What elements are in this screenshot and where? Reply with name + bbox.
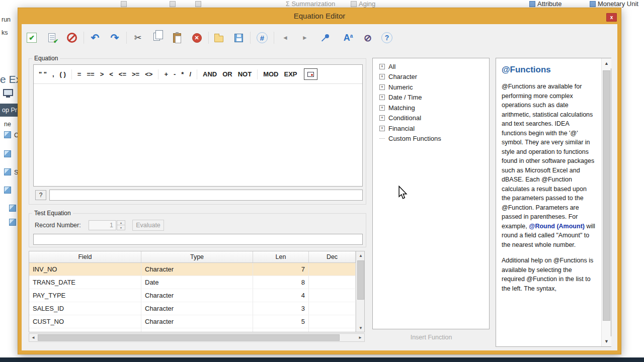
tree-item-numeric[interactable]: +Numeric xyxy=(373,82,489,93)
tree-item-conditional[interactable]: +Conditional xyxy=(373,113,489,124)
equation-preview-input[interactable] xyxy=(49,190,363,201)
database-cube-icon[interactable] xyxy=(9,205,16,212)
ribbon-item-aging[interactable]: Aging xyxy=(351,0,375,8)
expand-icon[interactable]: + xyxy=(379,74,385,79)
undo-button[interactable]: ↶ xyxy=(88,30,103,45)
ribbon-item-summarization[interactable]: Σ Summarization xyxy=(286,0,335,8)
expand-icon[interactable]: + xyxy=(379,105,385,111)
operator-le[interactable]: <= xyxy=(119,70,126,78)
database-cube-icon[interactable] xyxy=(9,219,16,226)
test-result-input[interactable] xyxy=(33,234,363,245)
operator-eq[interactable]: = xyxy=(77,70,82,78)
evaluate-button[interactable]: Evaluate xyxy=(132,220,164,231)
pin-button[interactable] xyxy=(317,30,333,45)
operator-lt[interactable]: < xyxy=(109,70,113,78)
tree-item-character[interactable]: +Character xyxy=(373,72,489,82)
dialog-title[interactable]: Equation Editor xyxy=(18,12,621,20)
paste-button[interactable] xyxy=(170,30,185,45)
operator-mod[interactable]: MOD xyxy=(263,70,278,78)
toggle-comments-button[interactable]: ⊘ xyxy=(360,30,375,45)
delete-button[interactable]: ✕ xyxy=(189,30,204,45)
scroll-right-icon[interactable]: ► xyxy=(356,334,364,341)
operator-plus[interactable]: + xyxy=(164,70,168,78)
column-header-type[interactable]: Type xyxy=(141,251,253,262)
insert-field-number-button[interactable]: # xyxy=(255,30,270,45)
operator-not[interactable]: NOT xyxy=(238,70,252,78)
operator-gt[interactable]: > xyxy=(100,70,104,78)
scroll-down-icon[interactable]: ▼ xyxy=(602,336,611,346)
column-header-field[interactable]: Field xyxy=(29,251,141,262)
equation-helper-button[interactable]: ? xyxy=(35,190,46,200)
check-syntax-button[interactable]: ✔ xyxy=(44,30,59,45)
insert-field-button[interactable] xyxy=(304,68,317,80)
copy-button[interactable] xyxy=(150,30,165,45)
selected-sidebar-tab[interactable]: op Pr xyxy=(0,104,18,117)
close-button[interactable]: x xyxy=(606,13,617,22)
redo-button[interactable]: ↷ xyxy=(107,30,122,45)
cancel-button[interactable] xyxy=(64,30,79,45)
tree-item-financial[interactable]: +Financial xyxy=(373,123,489,134)
expand-icon[interactable]: + xyxy=(379,84,385,90)
tree-item-matching[interactable]: +Matching xyxy=(373,103,489,113)
cell-type: Character xyxy=(141,302,253,315)
database-cube-icon[interactable] xyxy=(4,187,11,194)
ribbon-item-attribute[interactable]: Attribute xyxy=(529,0,561,8)
tree-item-all[interactable]: +All xyxy=(373,61,489,72)
operator-ge[interactable]: >= xyxy=(132,70,139,78)
column-header-dec[interactable]: Dec xyxy=(309,251,356,262)
database-cube-icon[interactable] xyxy=(4,150,11,157)
equation-input-area[interactable] xyxy=(34,84,362,187)
save-equation-button[interactable] xyxy=(231,30,246,45)
validate-and-exit-button[interactable]: ✔ xyxy=(24,30,39,45)
operator-div[interactable]: / xyxy=(189,70,191,78)
expand-icon[interactable]: + xyxy=(379,64,385,69)
operator-eqeq[interactable]: == xyxy=(87,70,94,78)
next-button[interactable]: ► xyxy=(297,30,312,45)
font-button[interactable]: Aa xyxy=(341,30,356,45)
scroll-thumb[interactable] xyxy=(603,70,610,321)
scroll-down-icon[interactable]: ▼ xyxy=(356,324,365,332)
scroll-up-icon[interactable]: ▲ xyxy=(602,58,611,68)
column-header-len[interactable]: Len xyxy=(253,251,309,262)
insert-function-button[interactable]: Insert Function xyxy=(397,332,465,342)
open-equation-button[interactable] xyxy=(211,30,226,45)
ribbon-item-monetary-unit[interactable]: Monetary Unit xyxy=(590,0,638,8)
table-horizontal-scrollbar[interactable]: ◄ ► xyxy=(29,333,365,342)
table-row[interactable]: INV_NO Character 7 xyxy=(29,263,356,276)
operator-minus[interactable]: - xyxy=(174,70,176,78)
operator-ne[interactable]: <> xyxy=(145,70,152,78)
table-row[interactable]: PROD_CODE Character 3 xyxy=(29,328,356,332)
stepper-up-icon[interactable]: ▲ xyxy=(117,220,125,225)
tree-item-custom-functions[interactable]: Custom Functions xyxy=(373,134,489,144)
operator-and[interactable]: AND xyxy=(203,70,217,78)
database-cube-icon[interactable] xyxy=(4,131,11,138)
operator-quotes[interactable]: " " xyxy=(39,70,47,78)
scroll-thumb[interactable] xyxy=(357,260,364,300)
table-vertical-scrollbar[interactable]: ▲ ▼ xyxy=(356,251,365,332)
table-row[interactable]: CUST_NO Character 5 xyxy=(29,315,356,328)
tree-item-date-time[interactable]: +Date / Time xyxy=(373,93,489,103)
database-cube-icon[interactable] xyxy=(4,168,11,175)
operator-or[interactable]: OR xyxy=(222,70,232,78)
scroll-left-icon[interactable]: ◄ xyxy=(29,334,37,341)
record-number-stepper[interactable]: ▲ ▼ xyxy=(117,220,125,230)
operator-comma[interactable]: , xyxy=(52,70,54,78)
expand-icon[interactable]: + xyxy=(379,95,385,100)
scroll-thumb[interactable] xyxy=(38,334,340,341)
taskbar[interactable] xyxy=(0,357,644,362)
record-number-input[interactable]: 1 xyxy=(89,220,116,230)
expand-icon[interactable]: + xyxy=(379,115,385,121)
operator-exp[interactable]: EXP xyxy=(284,70,297,78)
help-vertical-scrollbar[interactable]: ▲ ▼ xyxy=(601,58,611,346)
expand-icon[interactable]: + xyxy=(379,126,385,131)
help-button[interactable]: ? xyxy=(379,30,394,45)
table-row[interactable]: TRANS_DATE Date 8 xyxy=(29,276,356,289)
stepper-down-icon[interactable]: ▼ xyxy=(117,225,125,230)
table-row[interactable]: PAY_TYPE Character 4 xyxy=(29,289,356,302)
operator-parens[interactable]: ( ) xyxy=(60,70,66,78)
scroll-up-icon[interactable]: ▲ xyxy=(356,251,365,259)
operator-mul[interactable]: * xyxy=(181,70,184,78)
previous-button[interactable]: ◄ xyxy=(278,30,293,45)
cut-button[interactable]: ✂ xyxy=(130,30,145,45)
table-row[interactable]: SALES_ID Character 3 xyxy=(29,302,356,315)
